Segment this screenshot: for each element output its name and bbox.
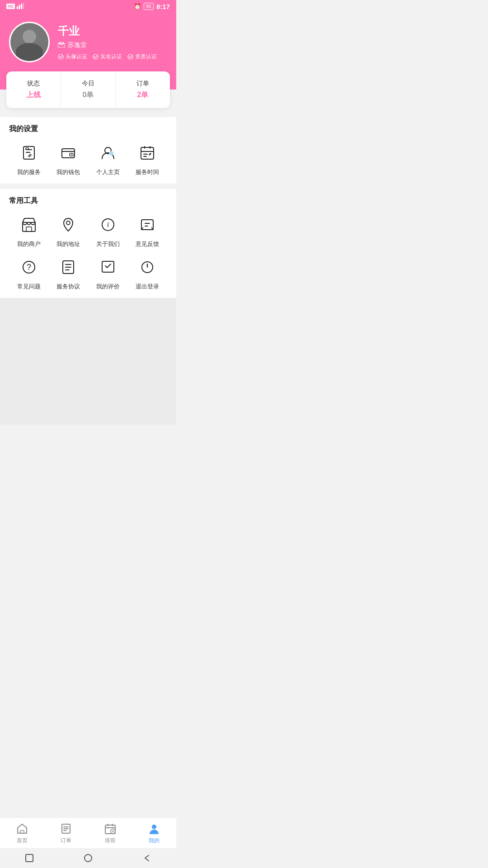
common-tools-grid: 我的商户 我的地址 i — [9, 213, 167, 291]
faq-item[interactable]: ? 常见问题 — [9, 255, 49, 291]
about-us-icon: i — [96, 213, 120, 236]
profile-name: 千业 — [58, 24, 167, 38]
badge-qualification: 资质认证 — [127, 53, 157, 61]
stat-today: 今日 0单 — [61, 71, 116, 108]
faq-icon: ? — [17, 255, 41, 279]
store-tag-icon — [58, 42, 65, 49]
alarm-icon: ⏰ — [134, 3, 141, 10]
profile-info: 千业 苏逸堂 头像认证 — [58, 24, 167, 61]
common-tools-section: 常用工具 我的商户 — [0, 189, 176, 298]
system-nav-bar — [0, 848, 176, 868]
badge-realname: 实名认证 — [93, 53, 122, 61]
nav-home-label: 首页 — [17, 837, 28, 844]
svg-rect-2 — [21, 4, 22, 9]
my-settings-section: 我的设置 我的服务 — [0, 117, 176, 184]
personal-page-icon — [96, 141, 120, 165]
svg-rect-10 — [26, 148, 28, 150]
service-time-icon — [136, 141, 159, 165]
badge-avatar: 头像认证 — [58, 53, 87, 61]
my-service-label: 我的服务 — [17, 168, 41, 176]
avatar — [9, 22, 50, 62]
gray-area — [0, 298, 176, 425]
profile-store: 苏逸堂 — [58, 41, 167, 49]
my-review-item[interactable]: 我的评价 — [88, 255, 128, 291]
my-review-label: 我的评价 — [96, 283, 120, 291]
svg-point-7 — [93, 54, 98, 59]
my-settings-grid: 我的服务 我的钱包 — [9, 141, 167, 176]
time-display: 8:17 — [156, 3, 170, 10]
feedback-item[interactable]: 意见反馈 — [128, 213, 168, 248]
svg-rect-33 — [26, 854, 33, 862]
svg-rect-1 — [19, 5, 20, 9]
faq-label: 常见问题 — [17, 283, 41, 291]
my-service-icon — [17, 141, 41, 165]
logout-label: 退出登录 — [136, 283, 159, 291]
svg-rect-3 — [23, 3, 24, 9]
my-merchant-label: 我的商户 — [17, 240, 41, 248]
hd-badge: HD — [6, 4, 15, 9]
my-settings-title: 我的设置 — [9, 124, 167, 134]
my-address-item[interactable]: 我的地址 — [49, 213, 89, 248]
personal-page-label: 个人主页 — [96, 168, 120, 176]
status-bar: HD ⏰ 90 8:17 — [0, 0, 176, 13]
about-us-item[interactable]: i 关于我们 — [88, 213, 128, 248]
my-wallet-label: 我的钱包 — [56, 168, 80, 176]
svg-point-15 — [109, 151, 113, 156]
nav-back-btn[interactable] — [142, 853, 152, 863]
battery-indicator: 90 — [144, 3, 154, 10]
store-name: 苏逸堂 — [68, 41, 87, 49]
svg-point-8 — [128, 54, 133, 59]
feedback-icon — [136, 213, 159, 236]
my-wallet-icon — [56, 141, 80, 165]
svg-rect-16 — [141, 147, 154, 159]
service-agreement-label: 服务协议 — [56, 283, 80, 291]
personal-page-item[interactable]: 个人主页 — [88, 141, 128, 176]
nav-square-btn[interactable] — [24, 853, 34, 863]
my-wallet-item[interactable]: 我的钱包 — [49, 141, 89, 176]
svg-point-34 — [84, 854, 92, 862]
nav-orders[interactable]: 订单 — [44, 818, 89, 848]
my-review-icon — [96, 255, 120, 279]
my-service-item[interactable]: 我的服务 — [9, 141, 49, 176]
my-merchant-item[interactable]: 我的商户 — [9, 213, 49, 248]
service-time-item[interactable]: 服务时间 — [128, 141, 168, 176]
status-bar-left: HD — [6, 3, 24, 10]
nav-schedule-label: 排班 — [105, 837, 116, 844]
svg-rect-18 — [26, 227, 32, 231]
svg-point-13 — [71, 154, 72, 155]
svg-text:?: ? — [27, 263, 31, 272]
svg-text:i: i — [107, 221, 109, 228]
common-tools-title: 常用工具 — [9, 196, 167, 206]
svg-rect-22 — [141, 220, 153, 230]
stats-card: 状态 上线 今日 0单 订单 2单 — [6, 71, 170, 108]
nav-orders-label: 订单 — [61, 837, 71, 844]
service-time-label: 服务时间 — [136, 168, 159, 176]
feedback-label: 意见反馈 — [136, 240, 159, 248]
nav-mine[interactable]: 我的 — [132, 818, 177, 848]
service-agreement-item[interactable]: 服务协议 — [49, 255, 89, 291]
about-us-label: 关于我们 — [96, 240, 120, 248]
nav-home[interactable]: 首页 — [0, 818, 44, 848]
logout-item[interactable]: 退出登录 — [128, 255, 168, 291]
profile-badges: 头像认证 实名认证 资质认证 — [58, 53, 167, 61]
svg-rect-0 — [17, 6, 18, 9]
my-address-label: 我的地址 — [56, 240, 80, 248]
service-agreement-icon — [56, 255, 80, 279]
svg-point-6 — [58, 54, 63, 59]
svg-point-32 — [152, 825, 156, 829]
svg-point-19 — [66, 221, 70, 225]
nav-schedule[interactable]: 排班 — [88, 818, 132, 848]
bottom-nav: 首页 订单 排班 我的 — [0, 817, 176, 848]
my-address-icon — [56, 213, 80, 236]
nav-mine-label: 我的 — [149, 837, 160, 844]
logout-icon — [136, 255, 159, 279]
status-bar-right: ⏰ 90 8:17 — [134, 3, 170, 10]
stat-status: 状态 上线 — [6, 71, 61, 108]
network-signal — [17, 3, 24, 10]
nav-circle-btn[interactable] — [83, 853, 93, 863]
my-merchant-icon — [17, 213, 41, 236]
stat-orders: 订单 2单 — [116, 71, 170, 108]
